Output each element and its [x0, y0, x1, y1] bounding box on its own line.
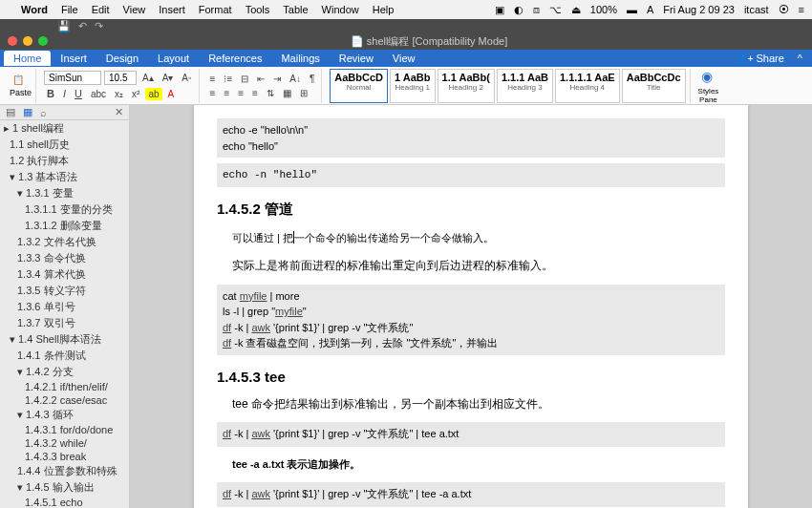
menu-window[interactable]: Window: [322, 4, 359, 15]
outline-item[interactable]: 1.4.2.1 if/then/elif/: [0, 380, 129, 393]
share-button[interactable]: 👤+ Share: [729, 51, 792, 66]
outline-item[interactable]: 1.3.5 转义字符: [0, 283, 129, 299]
clear-format[interactable]: A◦: [179, 72, 194, 84]
font-color-button[interactable]: A: [165, 88, 178, 100]
outline-item[interactable]: ▸ 1 shell编程: [0, 120, 129, 137]
icon[interactable]: A: [647, 4, 653, 15]
highlight-button[interactable]: ab: [145, 88, 161, 100]
outline-item[interactable]: 1.1 shell历史: [0, 137, 129, 153]
menu-table[interactable]: Table: [283, 4, 308, 15]
spotlight-icon[interactable]: ⦿: [779, 4, 789, 15]
tab-design[interactable]: Design: [96, 51, 148, 66]
indent-right[interactable]: ⇥: [270, 73, 284, 85]
style-3[interactable]: 1.1.1 AaBHeading 3: [497, 69, 553, 103]
underline-button[interactable]: U: [72, 87, 85, 100]
tab-references[interactable]: References: [199, 51, 271, 66]
pilcrow-button[interactable]: ¶: [307, 73, 317, 85]
subscript-button[interactable]: x₂: [112, 88, 126, 100]
italic-button[interactable]: I: [60, 87, 69, 100]
wifi-icon[interactable]: ⌥: [549, 4, 562, 16]
style-4[interactable]: 1.1.1.1 AaEHeading 4: [555, 69, 620, 103]
style-2[interactable]: 1.1 AaBb(Heading 2: [438, 69, 495, 103]
outline-item[interactable]: ▾ 1.3.1 变量: [0, 185, 129, 201]
outline-item[interactable]: 1.3.2 文件名代换: [0, 234, 129, 250]
outline-item[interactable]: 1.2 执行脚本: [0, 153, 129, 169]
styles-gallery[interactable]: AaBbCcDNormal1 AaBbHeading 11.1 AaBb(Hea…: [326, 69, 690, 103]
minimize-icon[interactable]: [23, 36, 32, 46]
tab-layout[interactable]: Layout: [148, 51, 199, 66]
bullets-button[interactable]: ≡: [207, 73, 219, 85]
collapse-ribbon-icon[interactable]: ^: [792, 53, 808, 64]
tab-view[interactable]: View: [383, 51, 425, 66]
outline-item[interactable]: 1.4.3.2 while/: [0, 436, 129, 450]
outline-item[interactable]: ▾ 1.4.3 循环: [0, 407, 129, 423]
siri-icon[interactable]: ≡: [799, 4, 804, 15]
icon[interactable]: ◐: [514, 4, 524, 16]
shrink-font[interactable]: A▾: [160, 72, 177, 84]
tab-insert[interactable]: Insert: [51, 51, 96, 66]
align-center[interactable]: ≡: [221, 87, 232, 99]
numbering-button[interactable]: ⁝≡: [221, 73, 235, 85]
icon[interactable]: ⏏: [571, 4, 581, 16]
outline-item[interactable]: ▾ 1.3 基本语法: [0, 169, 129, 185]
style-5[interactable]: AaBbCcDcTitle: [622, 69, 686, 103]
menu-view[interactable]: View: [123, 4, 146, 15]
align-left[interactable]: ≡: [207, 87, 219, 99]
outline-item[interactable]: 1.4.4 位置参数和特殊: [0, 463, 129, 479]
user[interactable]: itcast: [744, 4, 769, 15]
outline-item[interactable]: 1.4.3.1 for/do/done: [0, 423, 129, 436]
outline-item[interactable]: 1.3.1.2 删除变量: [0, 218, 129, 234]
outline-item[interactable]: 1.4.2.2 case/esac: [0, 393, 129, 407]
save-icon[interactable]: 💾: [57, 20, 71, 32]
align-right[interactable]: ≡: [235, 87, 246, 99]
battery-icon[interactable]: ▬: [627, 4, 637, 15]
outline-item[interactable]: 1.3.6 单引号: [0, 299, 129, 315]
styles-pane-icon[interactable]: ◉: [698, 68, 719, 85]
date[interactable]: Fri Aug 2 09 23: [663, 4, 735, 15]
app-name[interactable]: Word: [21, 4, 48, 15]
paste-button[interactable]: 📋: [10, 74, 32, 86]
line-spacing[interactable]: ⇅: [264, 87, 277, 99]
thumbnails-icon[interactable]: ▤: [6, 106, 15, 118]
sort-button[interactable]: A↓: [287, 73, 304, 85]
tab-review[interactable]: Review: [330, 51, 383, 66]
shading[interactable]: ▦: [280, 87, 294, 99]
menu-insert[interactable]: Insert: [159, 4, 185, 15]
outline-item[interactable]: 1.3.7 双引号: [0, 315, 129, 331]
headings-icon[interactable]: ▦: [23, 106, 32, 118]
zoom-icon[interactable]: [38, 36, 48, 46]
bluetooth-icon[interactable]: ⧈: [533, 4, 540, 16]
size-select[interactable]: 10.5: [104, 71, 137, 85]
style-0[interactable]: AaBbCcDNormal: [330, 69, 388, 103]
close-pane-icon[interactable]: ✕: [115, 106, 123, 118]
bold-button[interactable]: B: [44, 87, 57, 100]
multilevel-button[interactable]: ⊟: [238, 73, 251, 85]
undo-icon[interactable]: ↶: [78, 20, 87, 32]
icon[interactable]: ▣: [495, 4, 504, 16]
outline-item[interactable]: 1.3.4 算术代换: [0, 266, 129, 283]
menu-file[interactable]: File: [61, 4, 78, 15]
menu-tools[interactable]: Tools: [246, 4, 270, 15]
search-icon[interactable]: ⌕: [40, 107, 47, 118]
outline-item[interactable]: ▾ 1.4 Shell脚本语法: [0, 331, 129, 348]
close-icon[interactable]: [8, 36, 17, 46]
tab-mailings[interactable]: Mailings: [271, 51, 329, 66]
borders[interactable]: ⊞: [297, 87, 310, 99]
document-area[interactable]: echo -e "hello\n\n" echo "hello" echo -n…: [130, 105, 812, 508]
indent-left[interactable]: ⇤: [254, 73, 267, 85]
font-select[interactable]: SimSun: [44, 71, 101, 85]
outline-item[interactable]: 1.4.1 条件测试: [0, 348, 129, 364]
tab-home[interactable]: Home: [4, 51, 51, 66]
outline-item[interactable]: 1.4.5.1 echo: [0, 496, 129, 508]
strike-button[interactable]: abc: [88, 88, 109, 100]
redo-icon[interactable]: ↷: [95, 20, 103, 32]
menu-edit[interactable]: Edit: [92, 4, 110, 15]
menu-format[interactable]: Format: [199, 4, 232, 15]
menu-help[interactable]: Help: [373, 4, 395, 15]
outline-item[interactable]: ▾ 1.4.5 输入输出: [0, 479, 129, 496]
outline-item[interactable]: ▾ 1.4.2 分支: [0, 364, 129, 380]
justify[interactable]: ≡: [249, 87, 261, 99]
outline-item[interactable]: 1.3.1.1 变量的分类: [0, 201, 129, 218]
superscript-button[interactable]: x²: [129, 88, 142, 100]
grow-font[interactable]: A▴: [139, 72, 157, 84]
